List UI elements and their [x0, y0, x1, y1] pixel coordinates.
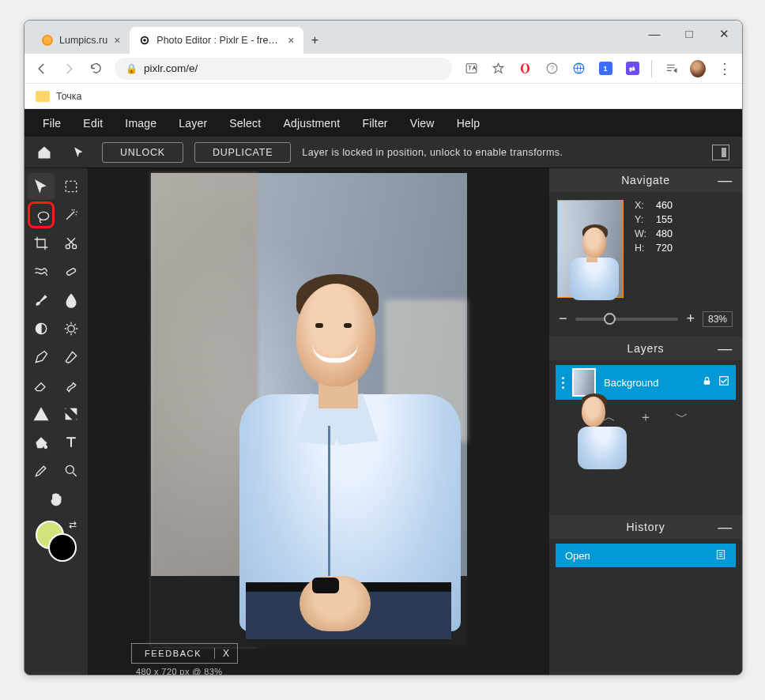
dodge-tool[interactable] — [28, 315, 55, 342]
duplicate-button[interactable]: DUPLICATE — [194, 142, 291, 163]
unlock-button[interactable]: UNLOCK — [102, 142, 183, 163]
eraser-tool[interactable] — [28, 372, 55, 399]
history-header[interactable]: History — — [549, 515, 742, 539]
layer-drag-handle-icon[interactable] — [562, 377, 564, 389]
canvas-area[interactable]: FEEDBACK X 480 x 720 px @ 83% — [88, 168, 549, 675]
translate-icon[interactable] — [463, 61, 479, 77]
nav-back-button[interactable] — [34, 61, 50, 77]
lasso-tool-highlight — [28, 201, 55, 228]
svg-point-16 — [66, 465, 73, 473]
menu-help[interactable]: Help — [447, 117, 491, 130]
bookmark-item[interactable]: Точка — [56, 91, 82, 102]
layer-lock-icon[interactable] — [702, 375, 712, 390]
menu-filter[interactable]: Filter — [352, 117, 398, 130]
nav-forward-button[interactable] — [61, 61, 77, 77]
nav-reload-button[interactable] — [88, 61, 104, 77]
extension-purple-icon[interactable]: ⇄ — [624, 61, 640, 77]
window-minimize[interactable]: — — [644, 27, 665, 41]
profile-avatar[interactable] — [690, 61, 706, 77]
nav-x-value: 460 — [656, 200, 673, 211]
feedback-close[interactable]: X — [214, 648, 237, 659]
menu-view[interactable]: View — [400, 117, 445, 130]
panel-minimize-icon[interactable]: — — [718, 172, 733, 189]
menu-layer[interactable]: Layer — [168, 117, 217, 130]
zoom-in-button[interactable]: + — [686, 310, 695, 327]
smudge-tool[interactable] — [58, 372, 85, 399]
address-bar: 🔒 pixlr.com/e/ ? 1 ⇄ ⋮ — [24, 54, 742, 84]
layer-visible-icon[interactable] — [718, 375, 729, 390]
url-input[interactable]: 🔒 pixlr.com/e/ — [115, 58, 452, 80]
zoom-slider[interactable] — [575, 318, 679, 321]
extension-box-icon[interactable]: 1 — [597, 61, 613, 77]
layer-add-button[interactable]: ＋ — [639, 409, 652, 426]
text-tool[interactable] — [58, 429, 85, 456]
navigate-thumbnail[interactable] — [557, 200, 624, 298]
window-close[interactable]: ✕ — [714, 27, 734, 41]
crop-tool[interactable] — [28, 230, 55, 257]
browser-tab-pixlr[interactable]: Photo Editor : Pixlr E - free image × — [130, 27, 303, 54]
fill-tool[interactable] — [28, 429, 55, 456]
marquee-tool[interactable] — [58, 173, 85, 200]
layers-header[interactable]: Layers — — [549, 337, 742, 360]
new-tab-button[interactable]: + — [303, 29, 326, 51]
nav-y-value: 155 — [656, 214, 673, 225]
picker-tool[interactable] — [28, 457, 55, 484]
sharpen-tool[interactable] — [58, 315, 85, 342]
opera-icon[interactable] — [517, 61, 533, 77]
paint-tool[interactable] — [58, 344, 85, 371]
cut-tool[interactable] — [58, 230, 85, 257]
swap-colors-icon[interactable]: ⇄ — [69, 519, 77, 530]
navigate-header[interactable]: Navigate — — [549, 168, 742, 192]
menu-edit[interactable]: Edit — [73, 117, 113, 130]
arrow-tool-indicator-icon[interactable] — [67, 141, 91, 164]
svg-point-11 — [73, 245, 77, 249]
menu-select[interactable]: Select — [219, 117, 271, 130]
toolbox: ⇄ — [24, 168, 88, 675]
liquify-tool[interactable] — [28, 258, 55, 285]
pen-tool[interactable] — [28, 344, 55, 371]
svg-point-14 — [68, 326, 74, 332]
zoom-value[interactable]: 83% — [703, 311, 733, 327]
browser-tab-lumpics[interactable]: Lumpics.ru × — [32, 27, 130, 54]
window-maximize[interactable]: □ — [679, 27, 699, 41]
navigate-body: X:460 Y:155 W:480 H:720 — [549, 192, 742, 306]
chrome-menu-icon[interactable]: ⋮ — [717, 61, 733, 77]
options-message: Layer is locked in position, unlock to e… — [302, 147, 563, 158]
globe-icon[interactable] — [571, 61, 586, 77]
tab-close-icon[interactable]: × — [114, 34, 120, 47]
photo-content — [151, 173, 467, 647]
shape-tool[interactable] — [28, 401, 55, 427]
tab-close-icon[interactable]: × — [288, 34, 294, 47]
wand-tool[interactable] — [58, 201, 85, 228]
menu-image[interactable]: Image — [115, 117, 167, 130]
layers-title: Layers — [627, 342, 665, 355]
history-item[interactable]: Open — [556, 544, 736, 567]
move-tool[interactable] — [28, 173, 55, 200]
panel-minimize-icon[interactable]: — — [718, 341, 733, 357]
home-button[interactable] — [32, 141, 56, 164]
canvas[interactable] — [151, 173, 467, 647]
layer-item[interactable]: Background — [556, 365, 736, 400]
background-color[interactable] — [48, 533, 77, 562]
menu-file[interactable]: File — [32, 117, 71, 130]
toggle-panels-icon[interactable] — [712, 145, 729, 160]
zoom-out-button[interactable]: − — [559, 310, 567, 327]
color-swatches[interactable]: ⇄ — [28, 519, 85, 566]
lasso-tool[interactable] — [30, 204, 57, 231]
brush-tool[interactable] — [28, 287, 55, 314]
zoom-tool[interactable] — [58, 457, 85, 484]
layer-down-button[interactable]: ﹀ — [676, 409, 688, 426]
menu-bar: File Edit Image Layer Select Adjustment … — [24, 109, 742, 137]
nav-w-value: 480 — [656, 228, 673, 239]
feedback-tab[interactable]: FEEDBACK X — [131, 643, 238, 664]
heal-tool[interactable] — [58, 258, 85, 285]
gradient-tool[interactable] — [58, 401, 85, 427]
panel-minimize-icon[interactable]: — — [718, 519, 733, 536]
bookmark-star-icon[interactable] — [490, 61, 506, 77]
menu-adjustment[interactable]: Adjustment — [273, 117, 350, 130]
blur-tool[interactable] — [58, 287, 85, 314]
help-icon[interactable]: ? — [544, 61, 560, 77]
hand-tool[interactable] — [43, 486, 70, 513]
history-item-label: Open — [565, 550, 590, 562]
playlist-icon[interactable] — [663, 61, 679, 77]
